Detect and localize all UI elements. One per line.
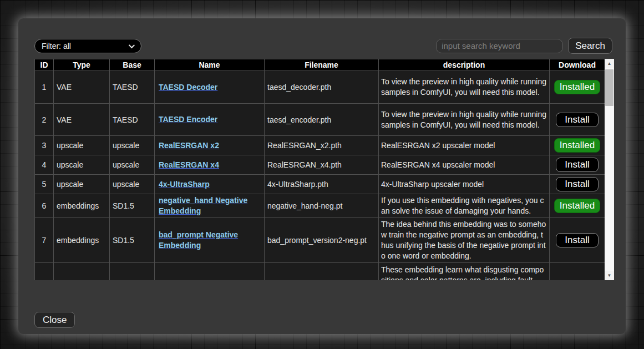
model-link[interactable]: bad_prompt Negative Embedding (159, 230, 238, 250)
cell-name: TAESD Decoder (155, 71, 265, 104)
cell-type: upscale (54, 175, 110, 194)
search-button[interactable]: Search (568, 38, 612, 54)
header-description: description (379, 59, 550, 71)
scrollbar-track[interactable] (605, 68, 614, 271)
cell-description: RealESRGAN x2 upscaler model (379, 136, 550, 155)
table-row: 7embeddingsSD1.5bad_prompt Negative Embe… (35, 218, 605, 263)
install-button[interactable]: Install (556, 177, 598, 191)
cell-type (54, 263, 110, 281)
cell-id: 2 (35, 104, 54, 136)
cell-download: Install (550, 155, 605, 175)
cell-download: Installed (550, 71, 605, 104)
header-id: ID (35, 59, 54, 71)
cell-id: 1 (35, 71, 54, 104)
cell-base: SD1.5 (110, 194, 155, 218)
cell-filename: RealESRGAN_x4.pth (265, 155, 379, 175)
scrollbar-thumb[interactable] (605, 69, 613, 106)
model-link[interactable]: TAESD Encoder (159, 115, 217, 124)
install-button[interactable]: Install (556, 113, 598, 127)
cell-description: The idea behind this embedding was to so… (379, 218, 550, 263)
cell-type: upscale (54, 155, 110, 175)
cell-filename (265, 263, 379, 281)
cell-id: 7 (35, 218, 54, 263)
table-row: 2VAETAESDTAESD Encodertaesd_encoder.pthT… (35, 104, 605, 136)
model-link-label: TAESD Decoder (159, 83, 217, 92)
cell-description: If you use this embedding with negatives… (379, 194, 550, 218)
search-area: Search (436, 38, 612, 54)
header-base: Base (110, 59, 155, 71)
cell-filename: RealESRGAN_x2.pth (265, 136, 379, 155)
model-link[interactable]: RealESRGAN x4 (159, 160, 219, 169)
cell-name (155, 263, 265, 281)
cell-filename: negative_hand-neg.pt (265, 194, 379, 218)
table-scrollbar[interactable]: ▲ ▼ (605, 59, 614, 280)
model-link-label: TAESD Encoder (159, 115, 217, 124)
installed-button[interactable]: Installed (554, 138, 600, 153)
cell-base: upscale (110, 175, 155, 194)
model-table-area: ID Type Base Name Filename description D… (34, 59, 626, 280)
table-header-row: ID Type Base Name Filename description D… (35, 59, 605, 71)
search-input[interactable] (436, 39, 563, 53)
model-table: ID Type Base Name Filename description D… (34, 59, 605, 280)
cell-filename: taesd_decoder.pth (265, 71, 379, 104)
model-link-label: RealESRGAN x2 (159, 141, 219, 150)
cell-base (110, 263, 155, 281)
install-button[interactable]: Install (556, 158, 598, 172)
cell-description: To view the preview in high quality whil… (379, 71, 550, 104)
cell-download: Installed (550, 136, 605, 155)
model-table-body: 1VAETAESDTAESD Decodertaesd_decoder.pthT… (35, 71, 605, 281)
cell-id: 6 (35, 194, 54, 218)
filter-dropdown[interactable]: Filter: all (34, 39, 141, 53)
cell-description: These embedding learn what disgusting co… (379, 263, 550, 281)
filter-dropdown-value: Filter: all (42, 42, 71, 50)
cell-base: SD1.5 (110, 218, 155, 263)
table-row: 1VAETAESDTAESD Decodertaesd_decoder.pthT… (35, 71, 605, 104)
cell-type: VAE (54, 104, 110, 136)
cell-filename: bad_prompt_version2-neg.pt (265, 218, 379, 263)
cell-description: RealESRGAN x4 upscaler model (379, 155, 550, 175)
cell-name: RealESRGAN x4 (155, 155, 265, 175)
table-row: These embedding learn what disgusting co… (35, 263, 605, 281)
model-link-label: bad_prompt Negative Embedding (159, 230, 238, 250)
model-link-label: RealESRGAN x4 (159, 160, 219, 169)
cell-download: Install (550, 175, 605, 194)
cell-base: TAESD (110, 71, 155, 104)
model-link[interactable]: TAESD Decoder (159, 83, 217, 92)
install-button[interactable]: Install (556, 233, 598, 247)
installed-button[interactable]: Installed (554, 80, 600, 94)
table-row: 5upscaleupscale4x-UltraSharp4x-UltraShar… (35, 175, 605, 194)
cell-description: To view the preview in high quality whil… (379, 104, 550, 136)
cell-filename: taesd_encoder.pth (265, 104, 379, 136)
header-filename: Filename (265, 59, 379, 71)
cell-name: negative_hand Negative Embedding (155, 194, 265, 218)
model-link[interactable]: RealESRGAN x2 (159, 141, 219, 150)
installed-button[interactable]: Installed (554, 199, 600, 213)
model-link-label: 4x-UltraSharp (159, 180, 210, 189)
model-link[interactable]: 4x-UltraSharp (159, 180, 210, 189)
header-name: Name (155, 59, 265, 71)
close-button[interactable]: Close (34, 312, 75, 328)
cell-id: 3 (35, 136, 54, 155)
model-table-viewport: ID Type Base Name Filename description D… (34, 59, 605, 280)
model-link-label: negative_hand Negative Embedding (159, 196, 247, 215)
cell-type: embeddings (54, 218, 110, 263)
table-row: 4upscaleupscaleRealESRGAN x4RealESRGAN_x… (35, 155, 605, 175)
cell-id: 5 (35, 175, 54, 194)
header-type: Type (54, 59, 110, 71)
cell-type: VAE (54, 71, 110, 104)
cell-base: upscale (110, 136, 155, 155)
cell-download: Installed (550, 194, 605, 218)
cell-name: TAESD Encoder (155, 104, 265, 136)
model-link[interactable]: negative_hand Negative Embedding (159, 196, 247, 215)
model-install-dialog: Filter: all Search ID Type Base Name (18, 18, 626, 334)
scroll-down-arrow-icon[interactable]: ▼ (605, 271, 614, 280)
cell-type: upscale (54, 136, 110, 155)
cell-base: TAESD (110, 104, 155, 136)
cell-download: Install (550, 104, 605, 136)
cell-id: 4 (35, 155, 54, 175)
cell-name: RealESRGAN x2 (155, 136, 265, 155)
table-row: 6embeddingsSD1.5negative_hand Negative E… (35, 194, 605, 218)
scroll-up-arrow-icon[interactable]: ▲ (605, 59, 614, 68)
table-row: 3upscaleupscaleRealESRGAN x2RealESRGAN_x… (35, 136, 605, 155)
cell-name: bad_prompt Negative Embedding (155, 218, 265, 263)
